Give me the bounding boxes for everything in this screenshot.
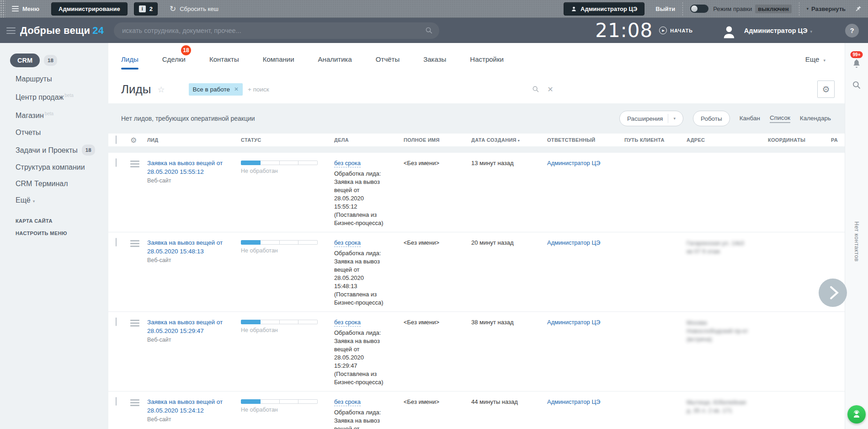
column-header[interactable]: АДРЕС <box>687 137 768 143</box>
admin-user-button[interactable]: Администратор ЦЭ <box>564 2 644 16</box>
column-header[interactable]: ДАТА СОЗДАНИЯ▾ <box>471 137 547 143</box>
column-header[interactable]: ОТВЕТСТВЕННЫЙ <box>547 137 624 143</box>
chip-remove-icon[interactable]: ✕ <box>234 86 239 92</box>
sidebar-item-crm[interactable]: CRM18 <box>10 54 108 67</box>
tab-leads[interactable]: Лиды <box>121 55 138 63</box>
user-icon <box>571 6 577 12</box>
tab-more[interactable]: Еще ▾ <box>805 55 825 63</box>
tab-contacts[interactable]: Контакты <box>209 55 239 63</box>
row-drag-handle-icon[interactable] <box>130 161 139 167</box>
counter-badge: 18 <box>44 55 57 66</box>
lead-title-link[interactable]: Заявка на вывоз вещей от 28.05.2020 15:4… <box>147 238 235 256</box>
responsible-link[interactable]: Администратор ЦЭ <box>547 239 600 246</box>
admin-menu-button[interactable]: Меню <box>22 5 39 12</box>
avatar[interactable] <box>719 21 739 40</box>
tab-companies[interactable]: Компании <box>263 55 294 63</box>
deadline-link[interactable]: без срока <box>334 239 361 247</box>
responsible-link[interactable]: Администратор ЦЭ <box>547 319 600 326</box>
grid-gear-icon[interactable]: ⚙ <box>130 136 137 145</box>
tab-settings[interactable]: Настройки <box>470 55 504 63</box>
work-clock[interactable]: 21:08 <box>595 21 653 40</box>
edit-mode-toggle[interactable] <box>690 5 708 13</box>
column-header[interactable]: СТАТУС <box>241 137 334 143</box>
edit-mode-state: выключен <box>755 5 791 13</box>
tab-reports[interactable]: Отчёты <box>376 55 399 63</box>
responsible-link[interactable]: Администратор ЦЭ <box>547 160 600 166</box>
clear-filter-icon[interactable]: ✕ <box>547 85 553 94</box>
reset-cache-button[interactable]: Сбросить кеш <box>180 5 218 12</box>
column-header[interactable]: КООРДИНАТЫ <box>768 137 831 143</box>
sort-desc-icon: ▾ <box>518 139 520 143</box>
pin-icon[interactable] <box>855 5 862 12</box>
column-header[interactable]: ПУТЬ КЛИЕНТА <box>624 137 687 143</box>
admin-info-counter[interactable]: i 2 <box>134 2 158 16</box>
row-checkbox[interactable] <box>116 158 117 167</box>
select-all-checkbox[interactable] <box>116 135 117 144</box>
logout-button[interactable]: Выйти <box>655 5 675 12</box>
responsible-link[interactable]: Администратор ЦЭ <box>547 398 600 405</box>
sidebar-footer-link[interactable]: КАРТА САЙТА <box>16 218 108 224</box>
column-header[interactable]: РА <box>831 137 845 143</box>
edit-mode-label: Режим правки <box>713 5 752 12</box>
help-button[interactable]: ? <box>845 24 859 38</box>
filter-preset-chip[interactable]: Все в работе✕ <box>189 83 243 96</box>
sidebar-item-tasks[interactable]: Задачи и Проекты18 <box>16 145 108 156</box>
sidebar-item-more[interactable]: Ещё▾ <box>16 196 108 206</box>
administration-button[interactable]: Администрирование <box>51 2 128 16</box>
deadline-link[interactable]: без срока <box>334 160 361 167</box>
lead-title-link[interactable]: Заявка на вывоз вещей от 28.05.2020 15:2… <box>147 318 235 335</box>
extensions-button[interactable]: Расширения▾ <box>619 111 683 126</box>
robots-button[interactable]: Роботы <box>693 111 730 126</box>
favorite-star-icon[interactable]: ☆ <box>157 85 165 94</box>
app-logo[interactable]: Добрые вещи24 <box>20 25 104 37</box>
row-checkbox[interactable] <box>116 397 117 406</box>
row-drag-handle-icon[interactable] <box>130 320 139 327</box>
sidebar-item-routes[interactable]: Маршруты <box>16 75 108 84</box>
deadline-link[interactable]: без срока <box>334 398 361 406</box>
sidebar-menu-icon[interactable] <box>6 27 16 34</box>
expand-button[interactable]: Развернуть <box>811 5 846 12</box>
full-name: <Без имени> <box>404 159 471 166</box>
sidebar-item-sales-center[interactable]: Центр продажbeta <box>16 91 108 102</box>
lead-source: Веб-сайт <box>147 257 235 263</box>
filter-search-field[interactable]: Все в работе✕ + поиск ✕ <box>189 80 557 98</box>
sidebar-item-reports[interactable]: Отчеты <box>16 128 108 137</box>
column-header[interactable]: ДЕЛА <box>334 137 404 143</box>
tab-deals[interactable]: Сделки 18 <box>162 55 186 63</box>
rail-search-button[interactable] <box>852 80 861 91</box>
full-name: <Без имени> <box>404 397 471 405</box>
search-icon[interactable] <box>532 86 539 93</box>
lead-title-link[interactable]: Заявка на вывоз вещей от 28.05.2020 15:2… <box>147 397 235 415</box>
openlines-widget-button[interactable] <box>847 405 866 424</box>
chevron-down-icon: ▾ <box>810 29 812 34</box>
deadline-link[interactable]: без срока <box>334 319 361 327</box>
sidebar-item-crm-terminal[interactable]: CRM Терминал <box>16 179 108 188</box>
grid-settings-button[interactable]: ⚙ <box>817 80 835 98</box>
view-calendar[interactable]: Календарь <box>800 115 831 123</box>
tab-analytics[interactable]: Аналитика <box>318 55 352 63</box>
user-menu[interactable]: Администратор ЦЭ▾ <box>744 27 812 34</box>
global-search[interactable] <box>114 22 439 39</box>
activity-text: Обработка лида: Заявка на вывоз вещей от… <box>334 249 385 307</box>
column-header[interactable]: ПОЛНОЕ ИМЯ <box>404 137 471 143</box>
sidebar-item-company-structure[interactable]: Структура компании <box>16 163 108 172</box>
drag-handle-icon[interactable] <box>0 0 5 17</box>
column-header[interactable]: ЛИД <box>147 137 241 143</box>
row-drag-handle-icon[interactable] <box>130 240 139 247</box>
row-checkbox[interactable] <box>116 317 117 326</box>
status-progress-bar <box>241 320 318 324</box>
lead-title-link[interactable]: Заявка на вывоз вещей от 28.05.2020 15:5… <box>147 159 235 176</box>
full-name: <Без имени> <box>404 238 471 246</box>
view-kanban[interactable]: Канбан <box>740 115 760 123</box>
notifications-button[interactable]: 99+ <box>852 59 862 70</box>
row-drag-handle-icon[interactable] <box>130 399 139 406</box>
sidebar-item-shop[interactable]: Магазинbeta <box>16 109 108 120</box>
view-list[interactable]: Список <box>770 114 790 123</box>
row-checkbox[interactable] <box>116 238 117 247</box>
global-search-input[interactable] <box>122 27 425 34</box>
slide-panel-chevron-button[interactable] <box>819 279 847 307</box>
workday-start-button[interactable]: ▶ НАЧАТЬ <box>659 27 693 34</box>
sidebar-footer-link[interactable]: НАСТРОИТЬ МЕНЮ <box>16 231 108 236</box>
tab-orders[interactable]: Заказы <box>423 55 446 63</box>
search-icon <box>425 27 433 34</box>
